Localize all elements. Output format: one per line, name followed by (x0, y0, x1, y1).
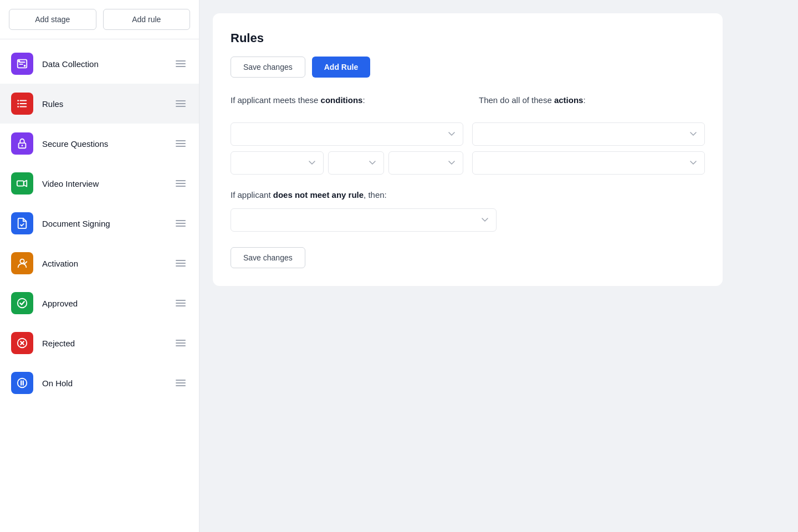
approved-label: Approved (42, 299, 173, 308)
approved-icon (11, 292, 33, 314)
on-hold-icon (11, 372, 33, 394)
drag-handle-document-signing[interactable] (173, 218, 188, 229)
sidebar-item-activation[interactable]: Activation (0, 243, 199, 283)
drag-handle-data-collection[interactable] (173, 58, 188, 69)
sidebar-items-list: Data Collection Rules (0, 39, 199, 532)
drag-handle-secure-questions[interactable] (173, 138, 188, 149)
save-changes-bottom-button[interactable]: Save changes (231, 247, 305, 268)
activation-label: Activation (42, 259, 173, 268)
rejected-icon (11, 332, 33, 354)
condition-select-3[interactable] (328, 151, 384, 175)
svg-point-7 (17, 100, 19, 101)
condition-select-2[interactable] (231, 151, 324, 175)
sidebar-item-secure-questions[interactable]: Secure Questions (0, 124, 199, 163)
document-signing-icon (11, 212, 33, 234)
data-collection-label: Data Collection (42, 59, 173, 69)
fallback-label: If applicant does not meet any rule, the… (231, 190, 705, 200)
sidebar-item-video-interview[interactable]: Video Interview (0, 163, 199, 203)
condition-select-1[interactable] (231, 122, 463, 146)
sidebar-item-document-signing[interactable]: Document Signing (0, 203, 199, 243)
svg-point-18 (18, 378, 27, 388)
action-select-2[interactable] (472, 151, 705, 175)
sidebar-item-on-hold[interactable]: On Hold (0, 363, 199, 403)
drag-handle-activation[interactable] (173, 258, 188, 269)
svg-rect-12 (17, 181, 24, 186)
secure-questions-icon (11, 132, 33, 155)
video-interview-icon (11, 172, 33, 195)
conditions-actions-section: If applicant meets these conditions: The… (231, 95, 705, 175)
drag-handle-rules[interactable] (173, 98, 188, 109)
svg-point-3 (24, 65, 26, 67)
sidebar-top-bar: Add stage Add rule (0, 0, 199, 39)
action-multi-fields (472, 151, 705, 175)
drag-handle-approved[interactable] (173, 298, 188, 309)
page-title: Rules (231, 31, 705, 45)
sidebar-item-rejected[interactable]: Rejected (0, 323, 199, 363)
drag-handle-video-interview[interactable] (173, 178, 188, 189)
condition-select-4[interactable] (388, 151, 463, 175)
rules-toolbar: Save changes Add Rule (231, 57, 705, 78)
svg-point-11 (22, 145, 23, 146)
rejected-label: Rejected (42, 339, 173, 348)
data-collection-icon (11, 53, 33, 75)
main-content: Rules Save changes Add Rule If applicant… (200, 0, 798, 532)
activation-icon (11, 252, 33, 274)
actions-label: Then do all of these actions: (479, 95, 705, 105)
add-rule-button[interactable]: Add rule (103, 9, 191, 30)
rules-icon (11, 93, 33, 115)
add-stage-button[interactable]: Add stage (9, 9, 96, 30)
add-rule-top-button[interactable]: Add Rule (312, 57, 370, 78)
condition-multi-fields (231, 151, 463, 175)
drag-handle-rejected[interactable] (173, 337, 188, 349)
fallback-section: If applicant does not meet any rule, the… (231, 190, 705, 232)
sidebar: Add stage Add rule Data Collection (0, 0, 200, 532)
conditions-label: If applicant meets these conditions: (231, 95, 457, 105)
svg-point-8 (17, 103, 19, 105)
sidebar-item-rules[interactable]: Rules (0, 84, 199, 124)
secure-questions-label: Secure Questions (42, 139, 173, 149)
save-changes-top-button[interactable]: Save changes (231, 57, 305, 78)
fallback-select[interactable] (231, 208, 497, 232)
on-hold-label: On Hold (42, 378, 173, 388)
document-signing-label: Document Signing (42, 219, 173, 228)
save-changes-bottom-row: Save changes (231, 247, 705, 268)
sidebar-item-approved[interactable]: Approved (0, 283, 199, 323)
drag-handle-on-hold[interactable] (173, 377, 188, 388)
rules-label: Rules (42, 99, 173, 109)
rules-card: Rules Save changes Add Rule If applicant… (213, 13, 723, 286)
svg-point-9 (17, 106, 19, 108)
action-select-1[interactable] (472, 122, 705, 146)
video-interview-label: Video Interview (42, 179, 173, 188)
sidebar-item-data-collection[interactable]: Data Collection (0, 44, 199, 84)
